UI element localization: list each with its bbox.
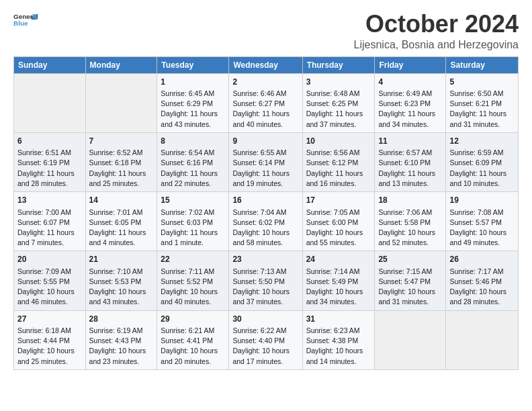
calendar-cell: 4Sunrise: 6:49 AMSunset: 6:23 PMDaylight…	[375, 73, 446, 132]
calendar-cell: 31Sunrise: 6:23 AMSunset: 4:38 PMDayligh…	[302, 310, 375, 369]
sunrise-text: Sunrise: 7:14 AM	[306, 267, 360, 275]
week-row-3: 13Sunrise: 7:00 AMSunset: 6:07 PMDayligh…	[14, 192, 519, 251]
sunset-text: Sunset: 4:44 PM	[17, 336, 70, 345]
day-number: 26	[449, 254, 515, 265]
sunrise-text: Sunrise: 7:06 AM	[378, 208, 432, 216]
calendar-cell: 30Sunrise: 6:22 AMSunset: 4:40 PMDayligh…	[229, 310, 302, 369]
calendar-cell: 7Sunrise: 6:52 AMSunset: 6:18 PMDaylight…	[85, 132, 157, 191]
sunset-text: Sunset: 5:50 PM	[232, 277, 285, 285]
calendar-cell: 2Sunrise: 6:46 AMSunset: 6:27 PMDaylight…	[229, 73, 302, 132]
daylight-text: Daylight: 10 hours and 55 minutes.	[306, 228, 363, 246]
sunset-text: Sunset: 6:12 PM	[306, 158, 359, 167]
title-block: October 2024 Lijesnica, Bosnia and Herze…	[354, 11, 519, 51]
day-number: 20	[17, 254, 82, 265]
sunset-text: Sunset: 6:23 PM	[378, 99, 431, 107]
day-number: 29	[161, 314, 225, 325]
location-title: Lijesnica, Bosnia and Herzegovina	[354, 39, 519, 51]
weekday-header-friday: Friday	[375, 56, 446, 73]
sunset-text: Sunset: 6:18 PM	[89, 158, 142, 167]
day-number: 2	[232, 77, 298, 88]
weekday-header-saturday: Saturday	[446, 56, 519, 73]
daylight-text: Daylight: 10 hours and 37 minutes.	[232, 287, 290, 306]
sunrise-text: Sunrise: 6:23 AM	[306, 326, 360, 334]
sunrise-text: Sunrise: 6:59 AM	[449, 148, 503, 156]
calendar-cell: 15Sunrise: 7:02 AMSunset: 6:03 PMDayligh…	[157, 192, 229, 251]
day-number: 6	[17, 136, 82, 147]
sunrise-text: Sunrise: 6:48 AM	[306, 89, 360, 97]
calendar-cell: 23Sunrise: 7:13 AMSunset: 5:50 PMDayligh…	[229, 251, 302, 310]
sunset-text: Sunset: 6:19 PM	[17, 158, 70, 167]
sunrise-text: Sunrise: 7:11 AM	[161, 267, 214, 275]
calendar-cell: 8Sunrise: 6:54 AMSunset: 6:16 PMDaylight…	[157, 132, 229, 191]
sunset-text: Sunset: 5:47 PM	[378, 277, 431, 285]
sunset-text: Sunset: 6:10 PM	[378, 158, 431, 167]
calendar-cell: 28Sunrise: 6:19 AMSunset: 4:43 PMDayligh…	[85, 310, 157, 369]
sunrise-text: Sunrise: 6:54 AM	[161, 148, 214, 156]
daylight-text: Daylight: 11 hours and 31 minutes.	[449, 109, 506, 128]
daylight-text: Daylight: 10 hours and 43 minutes.	[89, 287, 146, 306]
calendar-cell: 25Sunrise: 7:15 AMSunset: 5:47 PMDayligh…	[375, 251, 446, 310]
daylight-text: Daylight: 10 hours and 25 minutes.	[17, 347, 75, 365]
sunset-text: Sunset: 6:03 PM	[161, 218, 213, 226]
week-row-4: 20Sunrise: 7:09 AMSunset: 5:55 PMDayligh…	[14, 251, 519, 310]
calendar-cell: 18Sunrise: 7:06 AMSunset: 5:58 PMDayligh…	[375, 192, 446, 251]
sunset-text: Sunset: 6:29 PM	[161, 99, 213, 107]
calendar-cell: 20Sunrise: 7:09 AMSunset: 5:55 PMDayligh…	[14, 251, 86, 310]
calendar-cell: 29Sunrise: 6:21 AMSunset: 4:41 PMDayligh…	[157, 310, 229, 369]
daylight-text: Daylight: 11 hours and 13 minutes.	[378, 169, 435, 187]
calendar-cell: 26Sunrise: 7:17 AMSunset: 5:46 PMDayligh…	[446, 251, 519, 310]
calendar-cell	[14, 73, 86, 132]
daylight-text: Daylight: 10 hours and 46 minutes.	[17, 287, 75, 306]
daylight-text: Daylight: 11 hours and 43 minutes.	[161, 109, 218, 128]
sunrise-text: Sunrise: 6:50 AM	[449, 89, 503, 97]
sunset-text: Sunset: 6:25 PM	[306, 99, 359, 107]
sunset-text: Sunset: 5:58 PM	[378, 218, 431, 226]
day-number: 24	[306, 254, 371, 265]
daylight-text: Daylight: 11 hours and 40 minutes.	[232, 109, 290, 128]
day-number: 23	[232, 254, 298, 265]
sunrise-text: Sunrise: 6:19 AM	[89, 326, 143, 334]
day-number: 9	[232, 136, 298, 147]
logo-svg: General Blue	[13, 11, 38, 30]
daylight-text: Daylight: 11 hours and 7 minutes.	[17, 228, 75, 246]
calendar-cell: 27Sunrise: 6:18 AMSunset: 4:44 PMDayligh…	[14, 310, 86, 369]
calendar-cell	[85, 73, 157, 132]
daylight-text: Daylight: 11 hours and 22 minutes.	[161, 169, 218, 187]
day-number: 8	[161, 136, 225, 147]
sunrise-text: Sunrise: 6:46 AM	[232, 89, 286, 97]
calendar-cell: 14Sunrise: 7:01 AMSunset: 6:05 PMDayligh…	[85, 192, 157, 251]
sunset-text: Sunset: 6:09 PM	[449, 158, 502, 167]
sunset-text: Sunset: 4:43 PM	[89, 336, 142, 345]
svg-text:Blue: Blue	[13, 19, 28, 27]
sunrise-text: Sunrise: 6:51 AM	[17, 148, 71, 156]
week-row-1: 1Sunrise: 6:45 AMSunset: 6:29 PMDaylight…	[14, 73, 519, 132]
calendar-cell: 13Sunrise: 7:00 AMSunset: 6:07 PMDayligh…	[14, 192, 86, 251]
sunset-text: Sunset: 6:16 PM	[161, 158, 213, 167]
calendar-cell: 10Sunrise: 6:56 AMSunset: 6:12 PMDayligh…	[302, 132, 375, 191]
day-number: 15	[161, 195, 225, 206]
sunrise-text: Sunrise: 6:49 AM	[378, 89, 432, 97]
day-number: 11	[378, 136, 442, 147]
day-number: 12	[449, 136, 515, 147]
day-number: 14	[89, 195, 154, 206]
day-number: 19	[449, 195, 515, 206]
daylight-text: Daylight: 11 hours and 28 minutes.	[17, 169, 75, 187]
sunset-text: Sunset: 6:02 PM	[232, 218, 285, 226]
sunrise-text: Sunrise: 6:45 AM	[161, 89, 214, 97]
sunrise-text: Sunrise: 7:02 AM	[161, 208, 214, 216]
sunrise-text: Sunrise: 7:15 AM	[378, 267, 432, 275]
sunset-text: Sunset: 5:52 PM	[161, 277, 213, 285]
sunset-text: Sunset: 4:40 PM	[232, 336, 285, 345]
calendar-cell	[446, 310, 519, 369]
day-number: 7	[89, 136, 154, 147]
sunset-text: Sunset: 6:27 PM	[232, 99, 285, 107]
month-title: October 2024	[354, 11, 519, 38]
daylight-text: Daylight: 11 hours and 37 minutes.	[306, 109, 363, 128]
sunset-text: Sunset: 6:07 PM	[17, 218, 70, 226]
calendar-table: SundayMondayTuesdayWednesdayThursdayFrid…	[13, 56, 519, 370]
day-number: 28	[89, 314, 154, 325]
weekday-header-tuesday: Tuesday	[157, 56, 229, 73]
day-number: 18	[378, 195, 442, 206]
daylight-text: Daylight: 11 hours and 4 minutes.	[89, 228, 146, 246]
calendar-cell: 22Sunrise: 7:11 AMSunset: 5:52 PMDayligh…	[157, 251, 229, 310]
